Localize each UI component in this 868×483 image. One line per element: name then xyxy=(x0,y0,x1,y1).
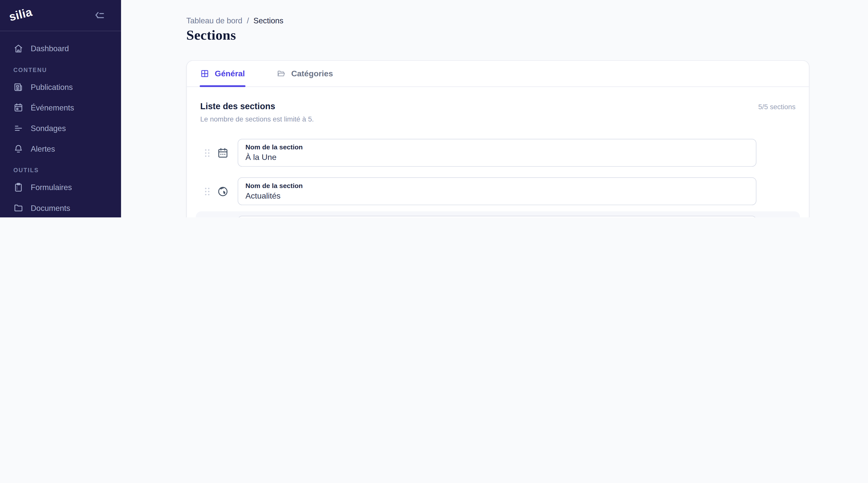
main-content: Tableau de bord / Sections Sections Géné… xyxy=(121,0,868,217)
app-root: silia Dashboard CONTENU Publications Évé… xyxy=(0,0,868,217)
panel-header-left: Liste des sections Le nombre de sections… xyxy=(200,101,314,123)
drag-handle-icon[interactable] xyxy=(204,187,210,196)
field-value: À la Une xyxy=(245,152,748,163)
clipboard-icon xyxy=(13,182,23,192)
earth-icon xyxy=(217,186,229,197)
folder-open-icon xyxy=(277,69,286,78)
sidebar: silia Dashboard CONTENU Publications Évé… xyxy=(0,0,121,217)
sidebar-item-label: Alertes xyxy=(31,144,55,153)
drag-handle-icon[interactable] xyxy=(204,148,210,158)
section-row-actualites: Nom de la section Actualités xyxy=(196,173,800,210)
tab-general[interactable]: Général xyxy=(200,61,245,86)
tab-bar: Général Catégories xyxy=(187,61,809,87)
grid-icon xyxy=(200,69,209,78)
sidebar-item-publications[interactable]: Publications xyxy=(5,76,116,97)
sidebar-item-dashboard[interactable]: Dashboard xyxy=(5,38,116,59)
newspaper-icon xyxy=(13,82,23,92)
collapse-sidebar-icon[interactable] xyxy=(94,9,106,22)
field-value: Actualités xyxy=(245,191,748,201)
tab-label: Général xyxy=(215,69,245,78)
panel-header: Liste des sections Le nombre de sections… xyxy=(187,87,809,123)
breadcrumb: Tableau de bord / Sections xyxy=(186,16,284,25)
section-row-a-la-une: Nom de la section À la Une xyxy=(196,134,800,171)
calendar-days-icon xyxy=(217,147,229,159)
sidebar-header: silia xyxy=(0,0,121,31)
section-name-field[interactable]: Nom de la section Actualités xyxy=(238,177,756,205)
brand-logo[interactable]: silia xyxy=(7,5,33,24)
sidebar-item-formulaires[interactable]: Formulaires xyxy=(5,177,116,197)
breadcrumb-separator: / xyxy=(247,16,249,25)
sidebar-item-sondages[interactable]: Sondages xyxy=(5,118,116,138)
sidebar-group-header-contenu: CONTENU xyxy=(5,59,116,76)
sections-counter: 5/5 sections xyxy=(758,103,796,111)
tab-label: Catégories xyxy=(291,69,333,78)
panel-subtitle: Le nombre de sections est limité à 5. xyxy=(200,116,314,123)
tab-categories[interactable]: Catégories xyxy=(277,61,333,86)
sidebar-item-label: Formulaires xyxy=(31,183,72,192)
home-icon xyxy=(13,43,23,53)
sidebar-item-evenements[interactable]: Événements xyxy=(5,97,116,118)
folder-icon xyxy=(13,202,23,213)
calendar-icon xyxy=(13,102,23,112)
sidebar-item-label: Publications xyxy=(31,82,73,91)
sidebar-group-header-outils: OUTILS xyxy=(5,159,116,177)
sections-card: Général Catégories Liste des sections Le… xyxy=(186,60,809,217)
sidebar-item-label: Événements xyxy=(31,103,74,112)
sidebar-item-label: Sondages xyxy=(31,124,66,133)
sidebar-item-alertes[interactable]: Alertes xyxy=(5,138,116,159)
sections-list: Nom de la section À la Une Nom de la sec… xyxy=(187,123,809,217)
section-name-field[interactable]: Nom de la section Activités & Événements xyxy=(238,216,756,217)
field-label: Nom de la section xyxy=(245,143,748,152)
panel-title: Liste des sections xyxy=(200,101,314,111)
breadcrumb-parent[interactable]: Tableau de bord xyxy=(186,16,242,25)
section-row-activites-evenements: Nom de la section Activités & Événements xyxy=(196,212,800,217)
page-title: Sections xyxy=(186,27,236,43)
field-label: Nom de la section xyxy=(245,182,748,190)
sidebar-item-label: Documents xyxy=(31,203,70,213)
sidebar-nav: Dashboard CONTENU Publications Événement… xyxy=(0,31,121,217)
section-name-field[interactable]: Nom de la section À la Une xyxy=(238,139,756,167)
sidebar-item-label: Dashboard xyxy=(31,44,69,53)
list-lines-icon xyxy=(13,123,23,133)
breadcrumb-current: Sections xyxy=(253,16,283,25)
sidebar-item-documents[interactable]: Documents xyxy=(5,197,116,217)
bell-icon xyxy=(13,143,23,154)
